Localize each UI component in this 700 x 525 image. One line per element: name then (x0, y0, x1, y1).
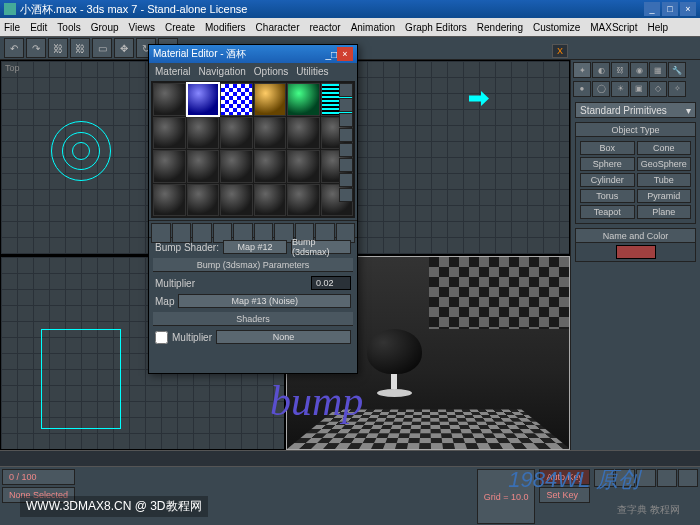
menu-modifiers[interactable]: Modifiers (205, 22, 246, 33)
material-slot[interactable] (187, 184, 220, 217)
get-material-button[interactable] (151, 223, 171, 243)
material-editor-dialog[interactable]: Material Editor - 酒杯 _ □ × Material Navi… (148, 44, 358, 374)
shaders-header[interactable]: Shaders (153, 312, 353, 326)
menu-grapheditors[interactable]: Graph Editors (405, 22, 467, 33)
subtab-shapes[interactable]: ◯ (592, 81, 610, 97)
material-slot-active[interactable] (187, 83, 220, 116)
subtab-geometry[interactable]: ● (573, 81, 591, 97)
unlink-button[interactable]: ⛓ (70, 38, 90, 58)
btn-cone[interactable]: Cone (637, 141, 692, 155)
close-button[interactable]: × (680, 2, 696, 16)
multiplier-checkbox[interactable] (155, 331, 168, 344)
material-slot[interactable] (287, 150, 320, 183)
tab-modify[interactable]: ◐ (592, 62, 610, 78)
subtab-lights[interactable]: ☀ (611, 81, 629, 97)
map-type-button[interactable]: Bump (3dsmax) (291, 240, 351, 254)
btn-box[interactable]: Box (580, 141, 635, 155)
material-slot[interactable] (254, 184, 287, 217)
menu-reactor[interactable]: reactor (310, 22, 341, 33)
tab-utilities[interactable]: 🔧 (668, 62, 686, 78)
params-header[interactable]: Bump (3dsmax) Parameters (153, 258, 353, 272)
menu-file[interactable]: File (4, 22, 20, 33)
dialog-close[interactable]: × (337, 47, 353, 61)
subtab-helpers[interactable]: ◇ (649, 81, 667, 97)
btn-pyramid[interactable]: Pyramid (637, 189, 692, 203)
btn-cylinder[interactable]: Cylinder (580, 173, 635, 187)
tab-display[interactable]: ▦ (649, 62, 667, 78)
axis-x[interactable]: X (552, 44, 568, 58)
sample-uv-button[interactable] (339, 128, 353, 142)
map-slot-button[interactable]: Map #13 (Noise) (178, 294, 351, 308)
tab-create[interactable]: ✦ (573, 62, 591, 78)
undo-button[interactable]: ↶ (4, 38, 24, 58)
sample-type-button[interactable] (339, 83, 353, 97)
maximize-button[interactable]: □ (662, 2, 678, 16)
map-name-field[interactable]: Map #12 (223, 240, 287, 254)
material-slot[interactable] (254, 150, 287, 183)
btn-tube[interactable]: Tube (637, 173, 692, 187)
menu-group[interactable]: Group (91, 22, 119, 33)
menu-character[interactable]: Character (256, 22, 300, 33)
assign-button[interactable] (192, 223, 212, 243)
subtab-cameras[interactable]: ▣ (630, 81, 648, 97)
preview-button[interactable] (339, 158, 353, 172)
tab-hierarchy[interactable]: ⛓ (611, 62, 629, 78)
backlight-button[interactable] (339, 98, 353, 112)
material-slot[interactable] (187, 150, 220, 183)
menu-help[interactable]: Help (647, 22, 668, 33)
video-check-button[interactable] (339, 143, 353, 157)
menu-animation[interactable]: Animation (351, 22, 395, 33)
material-slot[interactable] (153, 184, 186, 217)
redo-button[interactable]: ↷ (26, 38, 46, 58)
minimize-button[interactable]: _ (644, 2, 660, 16)
dialog-titlebar[interactable]: Material Editor - 酒杯 _ □ × (149, 45, 357, 63)
material-slot[interactable] (220, 184, 253, 217)
goto-end-button[interactable] (678, 469, 698, 487)
select-by-mat-button[interactable] (339, 188, 353, 202)
select-button[interactable]: ▭ (92, 38, 112, 58)
options-button[interactable] (339, 173, 353, 187)
multiplier-spinner[interactable]: 0.02 (311, 276, 351, 290)
menu-customize[interactable]: Customize (533, 22, 580, 33)
btn-geosphere[interactable]: GeoSphere (637, 157, 692, 171)
next-frame-button[interactable] (657, 469, 677, 487)
btn-sphere[interactable]: Sphere (580, 157, 635, 171)
menu-tools[interactable]: Tools (57, 22, 80, 33)
subtab-space[interactable]: ✧ (668, 81, 686, 97)
link-button[interactable]: ⛓ (48, 38, 68, 58)
shader-none-button[interactable]: None (216, 330, 351, 344)
menu-views[interactable]: Views (129, 22, 156, 33)
material-slot[interactable] (220, 83, 253, 116)
material-slot[interactable] (254, 83, 287, 116)
btn-plane[interactable]: Plane (637, 205, 692, 219)
material-slot[interactable] (287, 184, 320, 217)
material-slot[interactable] (220, 150, 253, 183)
background-button[interactable] (339, 113, 353, 127)
btn-teapot[interactable]: Teapot (580, 205, 635, 219)
menu-utilities[interactable]: Utilities (296, 66, 328, 77)
primitive-dropdown[interactable]: Standard Primitives ▾ (575, 102, 696, 118)
material-slot[interactable] (287, 117, 320, 150)
material-slot[interactable] (287, 83, 320, 116)
color-swatch[interactable] (616, 245, 656, 259)
material-slot[interactable] (220, 117, 253, 150)
menu-rendering[interactable]: Rendering (477, 22, 523, 33)
material-slot[interactable] (153, 83, 186, 116)
rollout-header[interactable]: Name and Color (576, 229, 695, 243)
btn-torus[interactable]: Torus (580, 189, 635, 203)
menu-edit[interactable]: Edit (30, 22, 47, 33)
move-button[interactable]: ✥ (114, 38, 134, 58)
menu-maxscript[interactable]: MAXScript (590, 22, 637, 33)
time-slider[interactable] (0, 450, 700, 466)
rollout-header[interactable]: Object Type (576, 123, 695, 137)
material-slot[interactable] (153, 150, 186, 183)
menu-options[interactable]: Options (254, 66, 288, 77)
menu-create[interactable]: Create (165, 22, 195, 33)
menu-navigation[interactable]: Navigation (199, 66, 246, 77)
material-slot[interactable] (254, 117, 287, 150)
material-slot[interactable] (153, 117, 186, 150)
tab-motion[interactable]: ◉ (630, 62, 648, 78)
menu-material[interactable]: Material (155, 66, 191, 77)
material-slot[interactable] (187, 117, 220, 150)
put-to-scene-button[interactable] (172, 223, 192, 243)
